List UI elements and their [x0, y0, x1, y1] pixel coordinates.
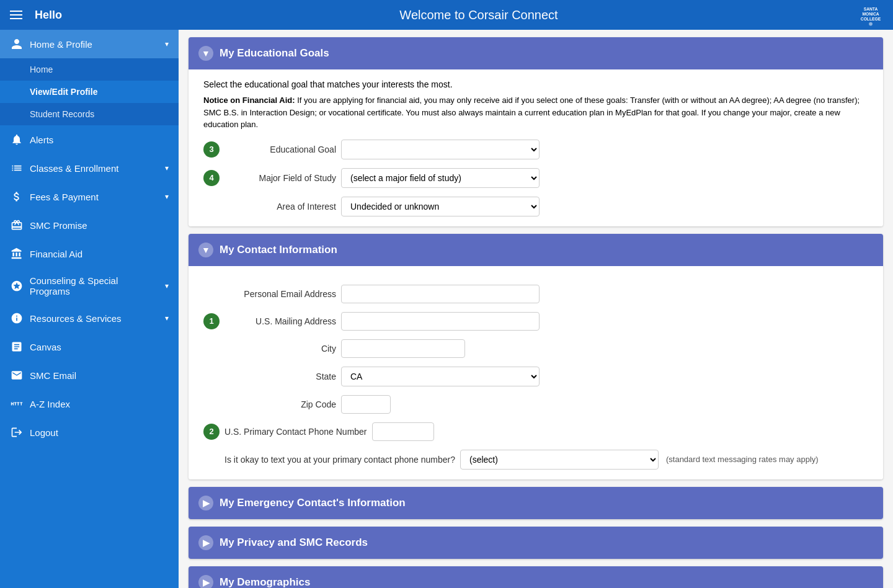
notice-body: If you are applying for financial aid, y… [203, 96, 860, 129]
major-field-select[interactable]: (select a major field of study) [341, 168, 540, 188]
state-label: State [224, 372, 336, 381]
privacy-records-panel: ▶ My Privacy and SMC Records [189, 527, 883, 559]
sidebar-item-financial-aid[interactable]: Financial Aid [0, 239, 179, 268]
city-row: City [203, 339, 868, 358]
personal-email-input[interactable] [341, 285, 540, 303]
sidebar-label-smc-email: SMC Email [30, 370, 76, 381]
email-icon [10, 368, 24, 382]
sidebar-label-resources: Resources & Services [30, 313, 122, 324]
phone-input[interactable] [372, 422, 434, 441]
sidebar-label-logout: Logout [30, 427, 58, 438]
educational-goals-title: My Educational Goals [220, 47, 329, 60]
emergency-contact-title: My Emergency Contact's Information [220, 497, 406, 509]
zip-input[interactable] [341, 395, 391, 414]
zip-row: Zip Code [203, 395, 868, 414]
educational-goals-header[interactable]: ▼ My Educational Goals [189, 37, 883, 69]
text-question-row: Is it okay to text you at your primary c… [203, 450, 868, 470]
intro-text: Select the educational goal that matches… [203, 79, 868, 89]
smc-logo: SANTA MONICA COLLEGE [856, 2, 886, 27]
dollar-icon [10, 190, 24, 203]
page-title: Welcome to Corsair Connect [74, 8, 883, 22]
sidebar-item-smc-promise[interactable]: SMC Promise [0, 211, 179, 239]
sidebar-item-resources[interactable]: Resources & Services ▾ [0, 304, 179, 332]
sidebar-item-home-profile[interactable]: Home & Profile ▾ [0, 30, 179, 58]
svg-text:MONICA: MONICA [862, 12, 879, 16]
demographics-title: My Demographics [220, 576, 310, 589]
mailing-address-row: 1 U.S. Mailing Address [203, 312, 868, 331]
toggle-down-icon: ▼ [198, 46, 213, 61]
area-of-interest-label: Area of Interest [224, 202, 336, 212]
svg-text:COLLEGE: COLLEGE [861, 17, 881, 21]
demographics-header[interactable]: ▶ My Demographics [189, 566, 883, 589]
privacy-records-header[interactable]: ▶ My Privacy and SMC Records [189, 527, 883, 559]
educational-goals-panel: ▼ My Educational Goals Select the educat… [189, 37, 883, 226]
sidebar-sub-home-profile: Home View/Edit Profile Student Records [0, 58, 179, 125]
area-of-interest-row: Area of Interest Undecided or unknown [203, 197, 868, 216]
sidebar-label-alerts: Alerts [30, 135, 53, 145]
topbar: Hello Welcome to Corsair Connect SANTA M… [0, 0, 893, 30]
emergency-contact-panel: ▶ My Emergency Contact's Information [189, 487, 883, 519]
step-3-badge: 3 [203, 141, 220, 158]
demographics-panel: ▶ My Demographics [189, 566, 883, 589]
educational-goal-row: 3 Educational Goal [203, 140, 868, 159]
major-field-label: Major Field of Study [224, 173, 336, 183]
phone-row: 2 U.S. Primary Contact Phone Number [203, 422, 868, 441]
educational-goal-label: Educational Goal [224, 145, 336, 154]
list-icon [10, 161, 24, 175]
city-input[interactable] [341, 339, 465, 358]
sidebar-item-smc-email[interactable]: SMC Email [0, 361, 179, 390]
text-select[interactable]: (select) [460, 450, 659, 470]
educational-goal-select[interactable] [341, 140, 540, 159]
sidebar: Home & Profile ▾ Home View/Edit Profile … [0, 30, 179, 588]
us-mailing-label: U.S. Mailing Address [224, 316, 336, 326]
state-select[interactable]: CA [341, 367, 540, 386]
educational-goals-body: Select the educational goal that matches… [189, 69, 883, 226]
gift-icon [10, 218, 24, 232]
sidebar-item-az-index[interactable]: A-Z Index [0, 390, 179, 418]
personal-email-row: Personal Email Address [203, 285, 868, 303]
sidebar-label-fees: Fees & Payment [30, 192, 99, 202]
sidebar-item-alerts[interactable]: Alerts [0, 125, 179, 154]
step-4-badge: 4 [203, 170, 220, 186]
chevron-down-icon: ▾ [165, 192, 169, 201]
chevron-down-icon: ▾ [165, 40, 169, 48]
sidebar-item-student-records[interactable]: Student Records [0, 103, 179, 125]
sidebar-label-counseling: Counseling & Special Programs [30, 275, 159, 296]
sidebar-item-view-edit-profile[interactable]: View/Edit Profile [0, 81, 179, 103]
us-mailing-input[interactable] [341, 312, 540, 331]
sidebar-item-home[interactable]: Home [0, 58, 179, 81]
city-label: City [224, 344, 336, 354]
step-2-badge: 2 [203, 424, 220, 440]
chevron-down-icon: ▾ [165, 314, 169, 323]
sidebar-item-counseling[interactable]: Counseling & Special Programs ▾ [0, 268, 179, 304]
resource-icon [10, 311, 24, 325]
toggle-right-icon: ▶ [198, 496, 213, 510]
sidebar-label-home-profile: Home & Profile [30, 39, 92, 50]
chevron-down-icon: ▾ [165, 164, 169, 172]
contact-info-header[interactable]: ▼ My Contact Information [189, 234, 883, 266]
hello-label: Hello [35, 9, 62, 22]
privacy-records-title: My Privacy and SMC Records [220, 537, 368, 549]
sidebar-item-fees-payment[interactable]: Fees & Payment ▾ [0, 182, 179, 211]
sidebar-item-canvas[interactable]: Canvas [0, 332, 179, 361]
notice-label: Notice on Financial Aid: [203, 96, 295, 105]
contact-info-panel: ▼ My Contact Information Personal Email … [189, 234, 883, 479]
notice-text: Notice on Financial Aid: If you are appl… [203, 94, 868, 131]
personal-email-label: Personal Email Address [224, 289, 336, 299]
sidebar-label-smc-promise: SMC Promise [30, 220, 87, 231]
sidebar-label-az-index: A-Z Index [30, 399, 70, 409]
main-content: ▼ My Educational Goals Select the educat… [179, 30, 893, 588]
sidebar-item-classes-enrollment[interactable]: Classes & Enrollment ▾ [0, 154, 179, 182]
sidebar-item-logout[interactable]: Logout [0, 418, 179, 447]
step-1-badge: 1 [203, 313, 220, 329]
zip-label: Zip Code [224, 399, 336, 409]
canvas-icon [10, 340, 24, 354]
hamburger-menu[interactable] [10, 11, 22, 19]
sidebar-label-canvas: Canvas [30, 342, 61, 352]
state-row: State CA [203, 367, 868, 386]
area-of-interest-select[interactable]: Undecided or unknown [341, 197, 540, 216]
sidebar-label-classes: Classes & Enrollment [30, 163, 118, 174]
emergency-contact-header[interactable]: ▶ My Emergency Contact's Information [189, 487, 883, 519]
person-icon [10, 37, 24, 51]
toggle-right-icon: ▶ [198, 535, 213, 550]
